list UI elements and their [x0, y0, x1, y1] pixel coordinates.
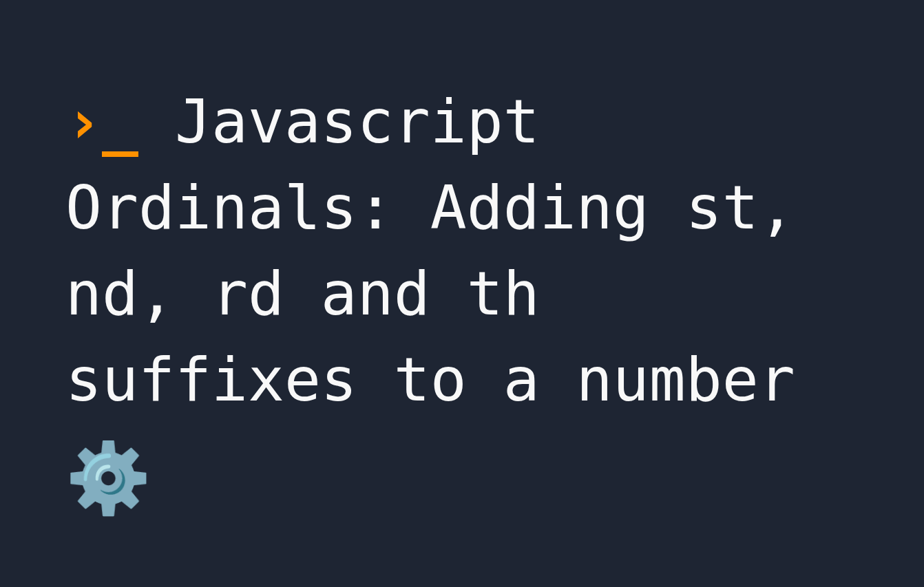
prompt-caret-icon: › — [65, 86, 102, 157]
prompt-underscore-icon: _ — [102, 86, 138, 157]
article-title: ›_ Javascript Ordinals: Adding st, nd, r… — [65, 79, 859, 513]
title-text: Javascript Ordinals: Adding st, nd, rd a… — [65, 86, 795, 415]
gear-icon: ⚙️ — [65, 444, 151, 513]
